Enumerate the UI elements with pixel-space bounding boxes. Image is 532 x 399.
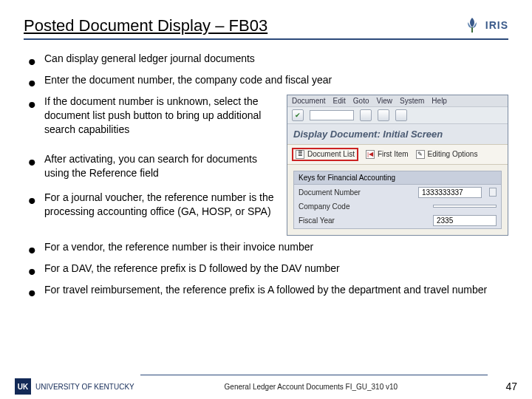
- bullet-item: If the document number is unknown, selec…: [24, 95, 275, 137]
- menu-view[interactable]: View: [377, 97, 393, 105]
- toolbar-button[interactable]: [360, 109, 372, 121]
- first-item-button[interactable]: |◀ First Item: [366, 150, 409, 159]
- company-code-input[interactable]: [433, 205, 497, 208]
- footer-mid: General Ledger Account Documents FI_GU_3…: [134, 383, 488, 391]
- action-label: Document List: [307, 150, 355, 158]
- first-icon: |◀: [366, 150, 375, 159]
- bullet-item: Enter the document number, the company c…: [24, 73, 508, 87]
- uk-badge-icon: UK: [15, 378, 31, 395]
- field-row: Fiscal Year 2335: [294, 213, 501, 228]
- menu-system[interactable]: System: [400, 97, 424, 105]
- bullet-item: For a DAV, the reference prefix is D fol…: [24, 262, 508, 276]
- field-row: Document Number 1333333337: [294, 185, 501, 200]
- document-number-input[interactable]: 1333333337: [418, 187, 482, 198]
- document-list-button[interactable]: ≣ Document List: [292, 148, 358, 161]
- keys-panel: Keys for Financial Accounting Document N…: [293, 171, 502, 229]
- bullet-item: For a journal voucher, the reference num…: [24, 191, 275, 219]
- svg-rect-0: [471, 27, 473, 33]
- menu-edit[interactable]: Edit: [333, 97, 346, 105]
- app-menubar: Document Edit Goto View System Help: [287, 95, 508, 106]
- bullet-item: For a vendor, the reference number is th…: [24, 240, 508, 254]
- sap-screenshot: Document Edit Goto View System Help ✔ Di…: [287, 95, 508, 236]
- action-label: Editing Options: [428, 150, 478, 158]
- menu-help[interactable]: Help: [432, 97, 447, 105]
- editing-options-button[interactable]: ✎ Editing Options: [416, 150, 478, 159]
- ok-button[interactable]: ✔: [292, 109, 304, 121]
- list-icon: ≣: [296, 150, 304, 159]
- action-bar: ≣ Document List |◀ First Item ✎ Editing …: [287, 144, 508, 165]
- field-row: Company Code: [294, 200, 501, 213]
- toolbar-button[interactable]: [395, 109, 407, 121]
- field-label: Company Code: [299, 202, 427, 211]
- field-label: Document Number: [299, 188, 412, 197]
- footer: UK UNIVERSITY OF KENTUCKY General Ledger…: [0, 375, 532, 395]
- iris-icon: [462, 15, 482, 35]
- command-field[interactable]: [310, 110, 354, 120]
- pencil-icon: ✎: [416, 150, 425, 159]
- action-label: First Item: [378, 150, 409, 158]
- uk-logo: UK UNIVERSITY OF KENTUCKY: [15, 378, 134, 395]
- menu-document[interactable]: Document: [292, 97, 326, 105]
- screen-title: Display Document: Initial Screen: [287, 124, 508, 144]
- fiscal-year-input[interactable]: 2335: [433, 215, 497, 226]
- uk-text: UNIVERSITY OF KENTUCKY: [35, 383, 134, 391]
- page-title: Posted Document Display – FB03: [24, 16, 267, 35]
- panel-title: Keys for Financial Accounting: [294, 171, 501, 185]
- page-number: 47: [488, 381, 517, 392]
- bullet-item: Can display general ledger journal docum…: [24, 52, 508, 66]
- search-help-icon[interactable]: [489, 188, 497, 197]
- toolbar-button[interactable]: [378, 109, 389, 121]
- iris-logo: IRIS: [462, 15, 508, 35]
- app-toolbar: ✔: [287, 106, 508, 124]
- field-label: Fiscal Year: [299, 216, 427, 225]
- bullet-item: For travel reimbursement, the reference …: [24, 283, 508, 297]
- menu-goto[interactable]: Goto: [353, 97, 369, 105]
- bullet-item: After activating, you can search for doc…: [24, 152, 275, 180]
